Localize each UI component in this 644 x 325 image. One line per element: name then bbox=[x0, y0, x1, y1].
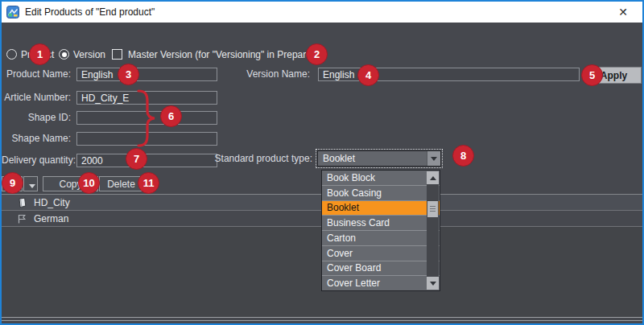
dropdown-option[interactable]: Cover Letter bbox=[322, 275, 440, 290]
annotation-badge: 5 bbox=[581, 64, 603, 86]
annotation-badge: 2 bbox=[306, 43, 328, 65]
booklet-icon bbox=[16, 197, 27, 208]
version-radio[interactable] bbox=[59, 49, 69, 60]
master-version-label: Master Version (for "Versioning" in Prep… bbox=[128, 49, 315, 60]
shape-name-label: Shape Name: bbox=[2, 132, 71, 146]
title-bar[interactable]: Edit Products of "End product" ✕ bbox=[2, 2, 642, 23]
annotation-badge: 6 bbox=[160, 105, 182, 127]
chevron-down-icon[interactable] bbox=[427, 151, 440, 166]
dropdown-option-label: Cover Board bbox=[327, 262, 381, 274]
dialog-body: Product Version Master Version (for "Ver… bbox=[2, 23, 642, 323]
standard-product-type-combobox[interactable]: Booklet bbox=[316, 149, 443, 168]
product-type-dropdown: Book Block Book Casing Booklet Business … bbox=[321, 170, 440, 291]
scrollbar-thumb[interactable] bbox=[427, 201, 438, 217]
shape-id-label: Shape ID: bbox=[2, 111, 71, 125]
footer-divider bbox=[2, 317, 642, 321]
app-icon bbox=[6, 6, 19, 19]
annotation-badge: 11 bbox=[138, 172, 159, 194]
dropdown-option[interactable]: Cover Board bbox=[322, 261, 440, 276]
annotation-badge: 10 bbox=[78, 172, 100, 194]
edit-products-dialog: Edit Products of "End product" ✕ Product… bbox=[0, 0, 644, 325]
dropdown-option-label: Cover Letter bbox=[327, 278, 380, 289]
article-number-label: Article Number: bbox=[2, 91, 71, 105]
dropdown-option[interactable]: Book Casing bbox=[322, 185, 440, 200]
dropdown-option[interactable]: Business Card bbox=[322, 215, 440, 230]
annotation-badge: 9 bbox=[2, 172, 23, 194]
dropdown-option-label: Booklet bbox=[327, 202, 359, 213]
product-name-label: Product Name: bbox=[2, 68, 71, 81]
product-radio[interactable] bbox=[6, 49, 17, 60]
annotation-badge: 4 bbox=[357, 64, 379, 86]
standard-product-type-label: Standard product type: bbox=[193, 151, 312, 167]
dropdown-scrollbar[interactable] bbox=[427, 171, 439, 290]
delivery-quantity-label: Delivery quantity: bbox=[2, 154, 71, 167]
dropdown-option[interactable]: Cover bbox=[322, 245, 440, 261]
dropdown-option-label: Book Casing bbox=[327, 187, 382, 199]
combobox-value[interactable]: Booklet bbox=[318, 151, 427, 166]
delete-button[interactable]: Delete bbox=[99, 176, 143, 191]
close-icon[interactable]: ✕ bbox=[610, 2, 636, 23]
annotation-badge: 1 bbox=[29, 43, 51, 65]
version-radio-label: Version bbox=[73, 49, 105, 60]
annotation-badge: 3 bbox=[118, 64, 139, 85]
product-name-input[interactable] bbox=[76, 68, 217, 81]
chevron-down-icon bbox=[29, 184, 35, 188]
annotation-badge: 7 bbox=[126, 148, 147, 170]
dropdown-option-label: Carton bbox=[327, 232, 356, 244]
dropdown-option-label: Business Card bbox=[327, 217, 390, 228]
annotation-brace bbox=[130, 88, 163, 148]
window-title: Edit Products of "End product" bbox=[25, 6, 155, 18]
version-name-label: Version Name: bbox=[201, 68, 310, 81]
flag-icon bbox=[16, 213, 27, 224]
new-product-menu-button[interactable] bbox=[23, 176, 38, 191]
dropdown-option-selected[interactable]: Booklet bbox=[322, 200, 440, 216]
list-item-label: HD_City bbox=[34, 197, 70, 208]
scroll-up-icon[interactable] bbox=[427, 171, 439, 184]
scroll-down-icon[interactable] bbox=[427, 277, 439, 290]
dropdown-option-label: Book Block bbox=[327, 172, 375, 183]
dropdown-option[interactable]: Book Block bbox=[322, 171, 440, 185]
dropdown-option-label: Cover bbox=[327, 248, 353, 259]
dropdown-option[interactable]: Carton bbox=[322, 230, 440, 245]
master-version-checkbox[interactable] bbox=[112, 49, 122, 60]
list-item-label: German bbox=[34, 213, 68, 224]
annotation-badge: 8 bbox=[452, 145, 474, 167]
